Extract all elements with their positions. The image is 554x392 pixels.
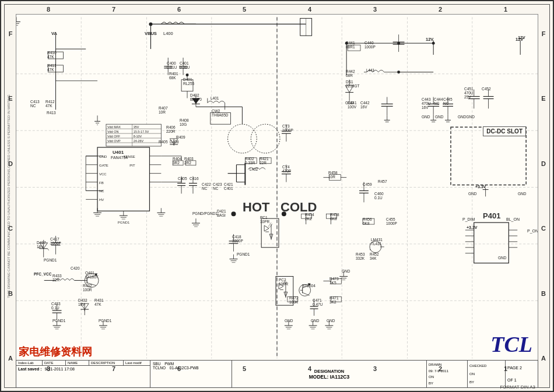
- c418-label: C4181000P: [232, 235, 243, 243]
- r405-label: R405: [159, 140, 168, 144]
- d402-label: D402BAV70: [190, 93, 202, 101]
- r453-label: R453332K: [356, 252, 365, 260]
- gnd-c444-label: GND: [435, 115, 443, 119]
- svg-text:Vdd ON: Vdd ON: [107, 130, 118, 133]
- l402-label: L402: [250, 167, 258, 171]
- c471-label: C4710.47U: [313, 298, 322, 306]
- r413-label: R413: [47, 111, 56, 115]
- col-label-b7: 7: [112, 365, 115, 372]
- r421-label: R42122R: [260, 157, 269, 165]
- svg-point-60: [228, 124, 257, 153]
- svg-text:PIT: PIT: [129, 164, 135, 167]
- svg-text:Vdd OFF: Vdd OFF: [107, 135, 121, 138]
- r458-label: R45810R: [328, 171, 338, 179]
- 12v-label-2: 12V: [516, 37, 523, 42]
- row-labels-right: F E D C B A: [538, 1, 549, 391]
- c421-label: C421C401: [224, 182, 233, 190]
- schematic-drawing-area: GND GATE VCC FB NC HV SENSE PIT Vdd MAX …: [16, 14, 538, 362]
- row-label-right-f: F: [542, 30, 546, 37]
- r442-label: R44268R: [346, 69, 355, 77]
- c401-label: C4010.01U: [180, 61, 190, 69]
- r441-label: R44188R1: [346, 41, 355, 49]
- col-label-1: 1: [504, 6, 507, 13]
- d421-label: D421BASI: [217, 209, 226, 217]
- c405-label: C405: [178, 176, 187, 181]
- r407-label: R40710R: [159, 106, 168, 114]
- c423-label: C423NC: [213, 182, 222, 190]
- r411-label: R41147K: [47, 63, 57, 72]
- pgnd-pgnd1-label: PGND/PGND1: [192, 211, 218, 216]
- r409-label: R409: [176, 135, 185, 139]
- svg-text:PGND1: PGND1: [118, 221, 130, 224]
- r454-label: R4542K2: [305, 213, 314, 221]
- gnd-r1-label: GND: [468, 192, 476, 196]
- r404-label: R4043R2: [173, 157, 182, 165]
- r472-label: R472100K: [289, 296, 299, 304]
- pgnd1-r431-label: PGND1: [99, 319, 111, 323]
- c452-label: C452: [482, 87, 491, 91]
- p-on-label: P_ON: [527, 229, 538, 233]
- pgnd1-c433-label: PGND1: [52, 319, 65, 323]
- r410-label: R41047K: [47, 51, 57, 59]
- c442-label: C44216V: [360, 101, 370, 109]
- r403-label: R4032R2: [184, 157, 194, 165]
- c400-label: C4000.01U: [167, 61, 177, 69]
- c422-label: C422NC: [202, 182, 211, 190]
- ds1-label: DS12210GT: [346, 80, 360, 88]
- col-label-6: 6: [177, 6, 181, 13]
- drawn-on: ON: [429, 375, 465, 379]
- gnd-r2-label: GND: [518, 192, 526, 196]
- c455-label: C4551000P: [386, 217, 397, 225]
- svg-point-247: [432, 42, 435, 45]
- 12v-label-1: 12V: [426, 37, 433, 42]
- col-label-5: 5: [243, 6, 246, 13]
- col-label-b3: 3: [373, 365, 377, 372]
- svg-point-61: [251, 124, 280, 153]
- c416-label: C416: [190, 176, 199, 181]
- svg-text:8-10V: 8-10V: [134, 135, 142, 138]
- col-label-3: 3: [373, 6, 377, 13]
- svg-line-199: [48, 249, 49, 250]
- col-label-4: 4: [308, 6, 311, 13]
- svg-text:24-26V: 24-26V: [134, 139, 144, 143]
- l400-label: L400: [163, 31, 173, 36]
- svg-text:GATE: GATE: [99, 164, 108, 167]
- pgnd1-d417-label: PGND1: [44, 258, 57, 262]
- c451-label: C451470U25V: [464, 87, 474, 99]
- lm431-label: LM431TL431: [371, 238, 383, 246]
- svg-text:Vdd OVP: Vdd OVP: [107, 139, 121, 143]
- r431-label: R43147K: [94, 298, 104, 306]
- r402-label: R4020.33R: [245, 157, 255, 165]
- c445-label: C445NC: [443, 97, 453, 105]
- c420-label: C420: [71, 266, 80, 270]
- drawn-by: BY: [429, 382, 465, 385]
- u401-part: FAN4754: [111, 156, 128, 160]
- gnd-bt2504-label: GND: [342, 269, 350, 273]
- row-label-right-b: B: [541, 290, 546, 297]
- svg-point-246: [397, 42, 400, 45]
- row-label-right-c: C: [541, 225, 546, 232]
- row-label-right-a: A: [541, 355, 546, 362]
- r458b-label: R4586K8: [330, 213, 339, 221]
- r471-label: R4713K2: [329, 296, 339, 304]
- c444-label: C444NC: [434, 97, 443, 105]
- svg-text:VCC: VCC: [99, 172, 107, 176]
- pc2-label: PC210PR: [279, 278, 288, 286]
- dc-dc-slot-label: DC-DC SLOT: [483, 126, 526, 136]
- r433-label: R43322R: [52, 274, 62, 282]
- schematic-page: THIS DRAWING CANNOT BE COMMUNICATED TO U…: [0, 0, 554, 392]
- col-label-b2: 2: [439, 365, 442, 372]
- r432-label: R432100R: [83, 284, 92, 292]
- col-label-b4: 4: [308, 365, 311, 372]
- gnd-c471-label: GND: [311, 319, 319, 323]
- svg-text:15.5-17.5V: 15.5-17.5V: [134, 130, 149, 133]
- c433-label: C4330.1U: [51, 302, 61, 310]
- cw2-label: CW2TH8A65D: [212, 109, 229, 117]
- svg-point-243: [149, 22, 152, 26]
- col-label-7: 7: [112, 6, 115, 13]
- r473-label: R4731K5: [329, 277, 339, 285]
- c459-label: C459: [363, 182, 372, 186]
- col-labels-bottom: 8 7 6 5 4 3 2 1: [16, 364, 538, 373]
- r401-label: R40168K: [169, 72, 178, 80]
- l401-label: L401: [211, 96, 219, 100]
